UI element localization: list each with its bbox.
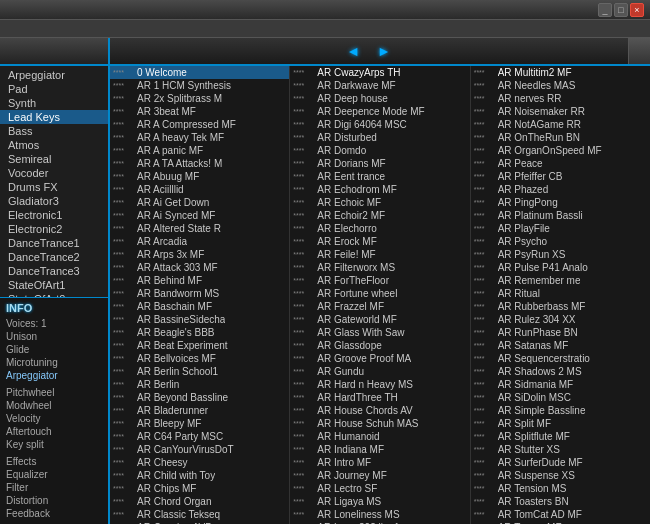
patch-item[interactable]: ****AR Bleepy MF: [110, 417, 289, 430]
patch-item[interactable]: ****AR 2x Splitbrass M: [110, 92, 289, 105]
category-item-3[interactable]: Lead Keys: [0, 110, 108, 124]
patch-item[interactable]: ****AR Darkwave MF: [290, 79, 469, 92]
patch-item[interactable]: ****AR Stutter XS: [471, 443, 650, 456]
patch-item[interactable]: ****AR CwazyArps TH: [290, 66, 469, 79]
patch-item[interactable]: ****AR Lectro SF: [290, 482, 469, 495]
category-item-5[interactable]: Atmos: [0, 138, 108, 152]
patch-item[interactable]: ****AR Phazed: [471, 183, 650, 196]
patch-item[interactable]: ****AR NotAGame RR: [471, 118, 650, 131]
patch-item[interactable]: ****0 Welcome: [110, 66, 289, 79]
patch-item[interactable]: ****AR Arcadia: [110, 235, 289, 248]
patch-item[interactable]: ****AR House Chords AV: [290, 404, 469, 417]
patch-item[interactable]: ****AR Remember me: [471, 274, 650, 287]
patch-item[interactable]: ****AR OnTheRun BN: [471, 131, 650, 144]
left-arrow[interactable]: ◄: [346, 43, 361, 59]
patch-item[interactable]: ****AR Shadows 2 MS: [471, 365, 650, 378]
patch-item[interactable]: ****AR Journey MF: [290, 469, 469, 482]
patch-item[interactable]: ****AR Rulez 304 XX: [471, 313, 650, 326]
category-item-12[interactable]: DanceTrance1: [0, 236, 108, 250]
category-item-7[interactable]: Vocoder: [0, 166, 108, 180]
patch-item[interactable]: ****AR Filterworx MS: [290, 261, 469, 274]
patch-item[interactable]: ****AR HardThree TH: [290, 391, 469, 404]
patch-item[interactable]: ****AR Needles MAS: [471, 79, 650, 92]
patch-item[interactable]: ****AR Classic Tekseq: [110, 508, 289, 521]
patch-item[interactable]: ****AR Beagle's BBB: [110, 326, 289, 339]
patch-item[interactable]: ****AR SurferDude MF: [471, 456, 650, 469]
patch-item[interactable]: ****AR Intro MF: [290, 456, 469, 469]
maximize-button[interactable]: □: [614, 3, 628, 17]
patch-item[interactable]: ****AR Sequencerstratio: [471, 352, 650, 365]
patch-item[interactable]: ****AR Attack 303 MF: [110, 261, 289, 274]
close-button[interactable]: ×: [630, 3, 644, 17]
patch-item[interactable]: ****AR A Compressed MF: [110, 118, 289, 131]
category-item-15[interactable]: StateOfArt1: [0, 278, 108, 292]
patch-item[interactable]: ****AR Deepence Mode MF: [290, 105, 469, 118]
patch-item[interactable]: ****AR Echoic MF: [290, 196, 469, 209]
patch-item[interactable]: ****AR Beat Experiment: [110, 339, 289, 352]
patch-item[interactable]: ****AR Fortune wheel: [290, 287, 469, 300]
patch-item[interactable]: ****AR Simple Bassline: [471, 404, 650, 417]
patch-item[interactable]: ****AR Chord Organ: [110, 495, 289, 508]
category-item-10[interactable]: Electronic1: [0, 208, 108, 222]
patch-item[interactable]: ****AR Multitim2 MF: [471, 66, 650, 79]
patch-item[interactable]: ****AR Disturbed: [290, 131, 469, 144]
patch-item[interactable]: ****AR Echoir2 MF: [290, 209, 469, 222]
patch-item[interactable]: ****AR Child with Toy: [110, 469, 289, 482]
patch-item[interactable]: ****AR Peace: [471, 157, 650, 170]
patch-item[interactable]: ****AR PsyRun XS: [471, 248, 650, 261]
minimize-button[interactable]: _: [598, 3, 612, 17]
patch-item[interactable]: ****AR Loneliness MS: [290, 508, 469, 521]
patch-item[interactable]: ****AR Indiana MF: [290, 443, 469, 456]
patch-item[interactable]: ****AR 3beat MF: [110, 105, 289, 118]
category-item-1[interactable]: Pad: [0, 82, 108, 96]
patch-item[interactable]: ****AR Ligaya MS: [290, 495, 469, 508]
patch-item[interactable]: ****AR Split MF: [471, 417, 650, 430]
category-item-11[interactable]: Electronic2: [0, 222, 108, 236]
category-item-0[interactable]: Arpeggiator: [0, 68, 108, 82]
category-item-4[interactable]: Bass: [0, 124, 108, 138]
patch-item[interactable]: ****AR Suspense XS: [471, 469, 650, 482]
patch-item[interactable]: ****AR Humanoid: [290, 430, 469, 443]
patch-item[interactable]: ****AR Eent trance: [290, 170, 469, 183]
patch-item[interactable]: ****AR Domdo: [290, 144, 469, 157]
patch-item[interactable]: ****AR Ai Get Down: [110, 196, 289, 209]
category-item-6[interactable]: Semireal: [0, 152, 108, 166]
patch-item[interactable]: ****AR Erock MF: [290, 235, 469, 248]
category-item-13[interactable]: DanceTrance2: [0, 250, 108, 264]
patch-item[interactable]: ****AR CanYourVirusDoT: [110, 443, 289, 456]
category-item-14[interactable]: DanceTrance3: [0, 264, 108, 278]
patch-item[interactable]: ****AR PingPong: [471, 196, 650, 209]
patch-item[interactable]: ****AR Satanas MF: [471, 339, 650, 352]
patch-item[interactable]: ****AR Ritual: [471, 287, 650, 300]
patch-item[interactable]: ****AR Digi 64064 MSC: [290, 118, 469, 131]
patch-item[interactable]: ****AR Glass With Saw: [290, 326, 469, 339]
patch-item[interactable]: ****AR Berlin: [110, 378, 289, 391]
patch-item[interactable]: ****AR nerves RR: [471, 92, 650, 105]
patch-item[interactable]: ****AR BassineSidecha: [110, 313, 289, 326]
patch-item[interactable]: ****AR Frazzel MF: [290, 300, 469, 313]
category-item-2[interactable]: Synth: [0, 96, 108, 110]
patch-item[interactable]: ****AR Gundu: [290, 365, 469, 378]
patch-item[interactable]: ****AR Toasters BN: [471, 495, 650, 508]
patch-item[interactable]: ****AR Dorians MF: [290, 157, 469, 170]
patch-item[interactable]: ****AR Chips MF: [110, 482, 289, 495]
patch-item[interactable]: ****AR Bellvoices MF: [110, 352, 289, 365]
patch-item[interactable]: ****AR Splitflute MF: [471, 430, 650, 443]
patch-item[interactable]: ****AR Feile! MF: [290, 248, 469, 261]
patch-item[interactable]: ****AR A panic MF: [110, 144, 289, 157]
patch-item[interactable]: ****AR House Schuh MAS: [290, 417, 469, 430]
patch-item[interactable]: ****AR Gateworld MF: [290, 313, 469, 326]
patch-item[interactable]: ****AR OrganOnSpeed MF: [471, 144, 650, 157]
patch-item[interactable]: ****AR A heavy Tek MF: [110, 131, 289, 144]
patch-item[interactable]: ****AR Hard n Heavy MS: [290, 378, 469, 391]
patch-item[interactable]: ****AR Rubberbass MF: [471, 300, 650, 313]
patch-item[interactable]: ****AR Beyond Bassline: [110, 391, 289, 404]
patch-item[interactable]: ****AR Ai Synced MF: [110, 209, 289, 222]
patch-item[interactable]: ****AR Echodrom MF: [290, 183, 469, 196]
patch-item[interactable]: ****AR Glassdope: [290, 339, 469, 352]
patch-item[interactable]: ****AR Behind MF: [110, 274, 289, 287]
patch-item[interactable]: ****AR Baschain MF: [110, 300, 289, 313]
patch-item[interactable]: ****AR ForTheFloor: [290, 274, 469, 287]
patch-item[interactable]: ****AR PlayFile: [471, 222, 650, 235]
patch-item[interactable]: ****AR Deep house: [290, 92, 469, 105]
